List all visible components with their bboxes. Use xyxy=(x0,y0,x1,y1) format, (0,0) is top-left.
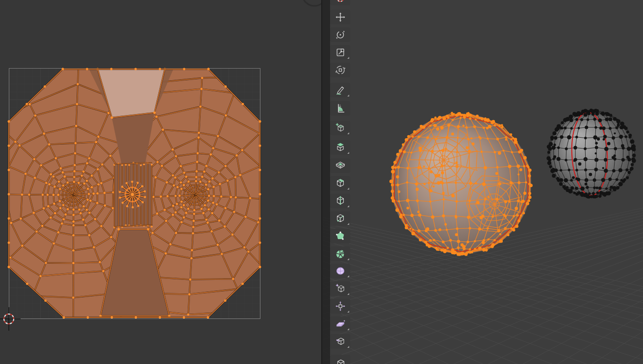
cursor-icon xyxy=(335,0,346,3)
tool-submenu-indicator xyxy=(347,152,349,154)
rip-region-icon xyxy=(335,336,346,347)
loop-cut-icon xyxy=(335,195,346,206)
tool-transform-button[interactable] xyxy=(330,63,350,77)
spin-icon xyxy=(335,248,346,259)
viewport-3d-panel xyxy=(322,0,643,364)
tool-extrude-region-button[interactable] xyxy=(330,140,350,155)
rotate-icon xyxy=(335,29,346,40)
uv-editor-panel xyxy=(0,0,321,364)
shrink-fatten-icon xyxy=(335,301,346,312)
tool-submenu-indicator xyxy=(347,205,349,207)
bevel-icon xyxy=(335,178,346,189)
measure-icon xyxy=(335,103,346,114)
randomize-icon xyxy=(335,283,346,294)
tool-submenu-indicator xyxy=(347,311,349,313)
tool-rotate-button[interactable] xyxy=(330,27,350,42)
shear-icon xyxy=(335,318,346,329)
tool-smooth-button[interactable] xyxy=(330,264,350,278)
tool-randomize-button[interactable] xyxy=(330,281,350,296)
tool-submenu-indicator xyxy=(347,275,349,277)
tool-submenu-indicator xyxy=(347,328,349,330)
tool-rip-region-button[interactable] xyxy=(330,334,350,349)
uv-editor-canvas[interactable] xyxy=(0,0,321,364)
tool-move-button[interactable] xyxy=(330,10,350,24)
tool-spin-button[interactable] xyxy=(330,246,350,261)
tool-rip-edge-button[interactable] xyxy=(330,355,350,364)
tool-bevel-button[interactable] xyxy=(330,176,350,191)
tool-knife-button[interactable] xyxy=(330,211,350,226)
tool-loop-cut-button[interactable] xyxy=(330,194,350,208)
tool-submenu-indicator xyxy=(347,132,349,134)
tool-shear-button[interactable] xyxy=(330,316,350,331)
tool-submenu-indicator xyxy=(347,95,349,97)
annotate-icon xyxy=(335,85,346,96)
tool-submenu-indicator xyxy=(347,293,349,295)
rip-edge-icon xyxy=(335,357,346,364)
tool-submenu-indicator xyxy=(347,188,349,190)
scale-icon xyxy=(335,47,346,58)
poly-build-icon xyxy=(335,231,346,242)
tool-measure-button[interactable] xyxy=(330,101,350,116)
move-icon xyxy=(335,12,346,23)
smooth-icon xyxy=(335,266,346,276)
tool-submenu-indicator xyxy=(347,57,349,59)
blender-window xyxy=(0,0,643,364)
extrude-icon xyxy=(335,142,346,153)
tool-submenu-indicator xyxy=(347,258,349,260)
tool-submenu-indicator xyxy=(347,223,349,225)
tool-annotate-button[interactable] xyxy=(330,83,350,97)
tool-submenu-indicator xyxy=(347,346,349,348)
tool-add-cube-button[interactable] xyxy=(330,121,350,135)
tool-poly-build-button[interactable] xyxy=(330,229,350,243)
tool-cursor-button[interactable] xyxy=(330,0,350,5)
add-cube-icon xyxy=(335,122,346,133)
tool-inset-faces-button[interactable] xyxy=(330,158,350,173)
transform-icon xyxy=(335,65,346,75)
knife-icon xyxy=(335,213,346,224)
viewport-3d-canvas[interactable] xyxy=(322,0,643,364)
tool-scale-button[interactable] xyxy=(330,45,350,60)
inset-icon xyxy=(335,160,346,171)
tool-shrink-fatten-button[interactable] xyxy=(330,299,350,314)
